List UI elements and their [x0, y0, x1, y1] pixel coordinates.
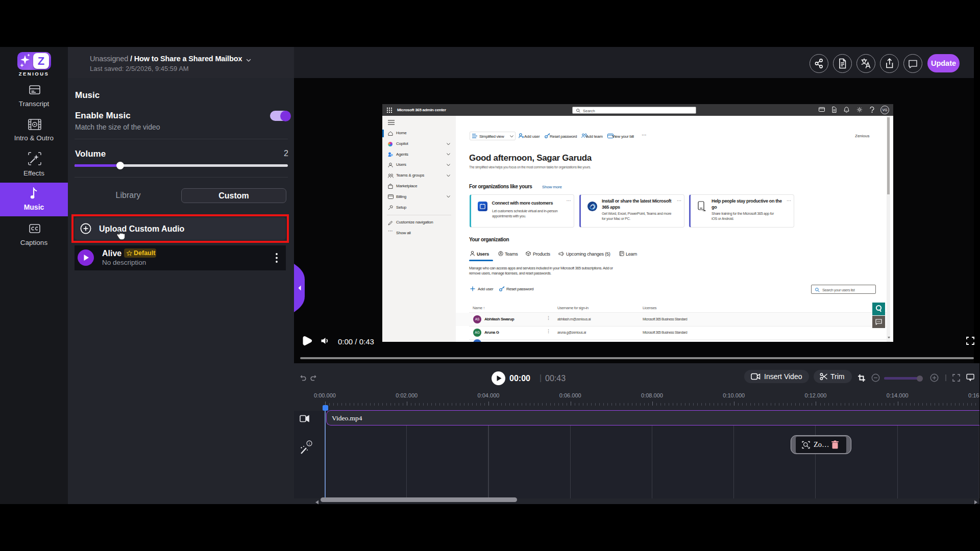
- svg-text:i: i: [309, 442, 310, 445]
- svg-text:Z: Z: [38, 55, 44, 67]
